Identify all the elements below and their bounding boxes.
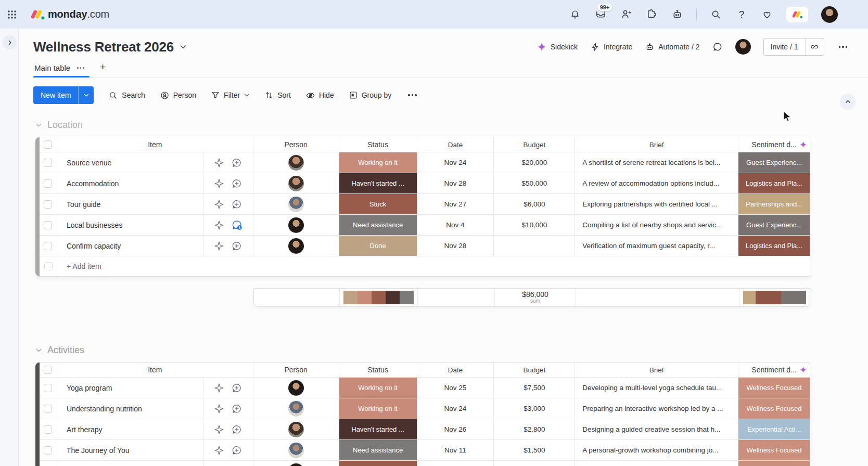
row-checkbox[interactable] xyxy=(40,378,57,398)
brief-cell[interactable]: A shortlist of serene retreat locations … xyxy=(575,152,738,173)
sentiment-cell[interactable]: Partnerships and... xyxy=(738,194,810,214)
add-update-icon[interactable] xyxy=(232,178,242,189)
sentiment-distribution-bar[interactable] xyxy=(743,291,806,304)
status-cell[interactable]: Need assistance xyxy=(339,440,417,460)
status-cell[interactable]: Done xyxy=(339,236,417,256)
add-update-icon[interactable] xyxy=(232,241,242,251)
budget-cell[interactable] xyxy=(494,236,575,256)
ai-sparkle-icon[interactable] xyxy=(214,404,224,414)
column-item[interactable]: Item xyxy=(57,137,253,152)
item-name-cell[interactable] xyxy=(57,461,203,466)
column-brief[interactable]: Brief xyxy=(575,137,738,152)
column-person[interactable]: Person xyxy=(253,363,339,377)
status-cell[interactable]: Working on it xyxy=(339,152,417,173)
column-date[interactable]: Date xyxy=(417,137,494,152)
date-cell[interactable]: Nov 28 xyxy=(417,173,494,193)
collapse-group-icon[interactable] xyxy=(35,347,42,354)
whats-new-heart-icon[interactable] xyxy=(761,8,773,21)
board-options-menu-icon[interactable] xyxy=(837,44,850,50)
sentiment-cell[interactable]: Logistics and Pla... xyxy=(738,236,810,256)
row-checkbox[interactable] xyxy=(40,152,57,173)
status-cell[interactable]: Haven't started ... xyxy=(339,419,417,439)
board-chat-button[interactable] xyxy=(712,42,723,52)
brief-cell[interactable]: Compiling a list of nearby shops and ser… xyxy=(575,215,738,235)
date-cell[interactable]: Nov 26 xyxy=(417,419,494,439)
add-update-icon[interactable] xyxy=(232,445,242,456)
budget-cell[interactable]: $3,000 xyxy=(494,398,575,419)
row-checkbox[interactable] xyxy=(40,236,57,256)
item-name-cell[interactable]: Confirm capacity xyxy=(57,236,203,256)
sentiment-cell[interactable]: Logistics and Pla... xyxy=(738,173,810,193)
item-name-cell[interactable]: The Journey of You xyxy=(57,440,203,460)
date-cell[interactable]: Nov 24 xyxy=(417,398,494,419)
date-cell[interactable]: Nov 24 xyxy=(417,152,494,173)
column-sentiment[interactable]: Sentiment d... xyxy=(738,137,810,152)
person-cell[interactable] xyxy=(253,440,339,460)
sidekick-button[interactable]: Sidekick xyxy=(537,42,578,52)
ai-sparkle-icon[interactable] xyxy=(214,424,224,435)
sort-button[interactable]: Sort xyxy=(264,90,291,100)
ai-sparkle-icon[interactable] xyxy=(214,199,224,210)
tab-main-table[interactable]: Main table xyxy=(33,63,90,77)
status-cell[interactable]: Working on it xyxy=(339,398,417,419)
ai-sparkle-icon[interactable] xyxy=(214,178,224,189)
add-update-icon[interactable] xyxy=(232,383,242,393)
row-checkbox[interactable] xyxy=(40,440,57,460)
status-cell[interactable]: Stuck xyxy=(339,194,417,214)
row-checkbox[interactable] xyxy=(40,173,57,193)
collapse-header-button[interactable] xyxy=(840,94,856,109)
collapse-group-icon[interactable] xyxy=(35,122,42,128)
column-sentiment[interactable]: Sentiment d... xyxy=(738,363,810,377)
person-cell[interactable] xyxy=(253,173,339,193)
board-title[interactable]: Wellness Retreat 2026 xyxy=(33,39,174,55)
date-cell[interactable]: Nov 11 xyxy=(417,440,494,460)
person-cell[interactable] xyxy=(253,398,339,419)
brief-cell[interactable]: Exploring partnerships with certified lo… xyxy=(575,194,738,214)
item-name-cell[interactable]: Tour guide xyxy=(57,194,203,214)
add-item-label[interactable]: + Add item xyxy=(57,262,101,270)
status-cell[interactable] xyxy=(339,461,417,466)
toolbar-more-icon[interactable] xyxy=(406,92,419,98)
budget-cell[interactable]: $6,000 xyxy=(494,194,575,214)
row-checkbox[interactable] xyxy=(40,419,57,439)
sentiment-cell[interactable]: Guest Experienc... xyxy=(738,215,810,235)
tab-options-icon[interactable] xyxy=(75,65,86,71)
ai-sparkle-icon[interactable] xyxy=(214,383,224,393)
sentiment-cell[interactable]: Wellness Focused xyxy=(738,440,810,460)
budget-cell[interactable]: $20,000 xyxy=(494,152,575,173)
brief-cell[interactable]: Developing a multi-level yoga schedule t… xyxy=(575,378,738,398)
column-date[interactable]: Date xyxy=(417,363,494,377)
item-name-cell[interactable]: Understanding nutrition xyxy=(57,398,203,419)
row-checkbox[interactable] xyxy=(40,194,57,214)
person-cell[interactable] xyxy=(253,236,339,256)
person-filter-button[interactable]: Person xyxy=(160,90,196,100)
person-cell[interactable] xyxy=(253,215,339,235)
inbox-icon[interactable]: 99+ xyxy=(594,8,607,21)
group-header[interactable]: Activities xyxy=(35,343,84,357)
sentiment-cell[interactable]: Wellness Focused xyxy=(738,378,810,398)
add-update-icon[interactable] xyxy=(232,158,242,168)
new-item-chevron-icon[interactable] xyxy=(78,86,94,104)
status-cell[interactable]: Need assistance xyxy=(339,215,417,235)
add-item-row[interactable]: + Add item xyxy=(40,256,810,276)
brief-cell[interactable] xyxy=(575,461,738,466)
column-budget[interactable]: Budget xyxy=(494,137,575,152)
ai-sparkle-icon[interactable] xyxy=(214,241,224,251)
item-name-cell[interactable]: Art therapy xyxy=(57,419,203,439)
ai-assistant-icon[interactable] xyxy=(671,8,683,21)
brief-cell[interactable]: A review of accommodation options includ… xyxy=(575,173,738,193)
ai-sparkle-icon[interactable] xyxy=(214,220,224,230)
sentiment-cell[interactable]: Wellness Focused xyxy=(738,398,810,419)
monday-logo[interactable]: monday.com xyxy=(30,8,109,21)
group-by-button[interactable]: Group by xyxy=(349,90,392,100)
row-checkbox[interactable] xyxy=(40,461,57,466)
date-cell[interactable] xyxy=(417,461,494,466)
item-name-cell[interactable]: Source venue xyxy=(57,152,203,173)
budget-cell[interactable]: $1,500 xyxy=(494,440,575,460)
person-cell[interactable] xyxy=(253,378,339,398)
apps-marketplace-icon[interactable] xyxy=(645,8,658,21)
date-cell[interactable]: Nov 4 xyxy=(417,215,494,235)
person-cell[interactable] xyxy=(253,194,339,214)
column-item[interactable]: Item xyxy=(57,363,253,377)
select-all-checkbox[interactable] xyxy=(40,363,57,377)
